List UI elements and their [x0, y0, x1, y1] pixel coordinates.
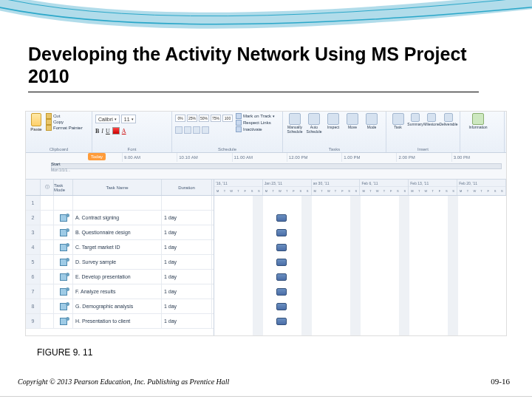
mode-button[interactable]: Mode [363, 113, 381, 138]
row-task-name[interactable]: A. Contract signing [73, 211, 162, 225]
underline-button[interactable]: U [106, 128, 110, 134]
table-row[interactable]: 9H. Presentation to client1 day [26, 314, 214, 329]
table-row[interactable]: 1 [26, 196, 214, 211]
row-duration[interactable]: 1 day [162, 225, 212, 239]
row-mode-cell[interactable] [54, 240, 73, 254]
row-info-cell[interactable] [41, 284, 54, 299]
gantt-timeline[interactable]: '16, '11MTWTFSSJan 23, '11MTWTFSSan 30, … [214, 180, 506, 335]
respect-links-button[interactable]: Respect Links [236, 120, 275, 126]
table-row[interactable]: 3B. Questionnaire design1 day [26, 225, 214, 240]
inactivate-button[interactable]: Inactivate [236, 126, 275, 132]
row-task-name[interactable]: F. Analyze results [73, 284, 162, 299]
col-task-name[interactable]: Task Name [73, 180, 162, 195]
move-icon [347, 113, 358, 125]
row-info-cell[interactable] [41, 240, 54, 254]
format-painter-button[interactable]: Format Painter [46, 125, 83, 131]
row-mode-cell[interactable] [54, 196, 73, 210]
row-task-name[interactable]: H. Presentation to client [73, 314, 162, 328]
row-duration[interactable]: 1 day [162, 255, 212, 269]
unlink-button[interactable] [202, 126, 209, 134]
row-task-name[interactable]: E. Develop presentation [73, 270, 162, 284]
gantt-bar[interactable] [276, 303, 287, 310]
gantt-bar[interactable] [276, 318, 287, 325]
pct-0-button[interactable]: 0% [175, 115, 185, 122]
gantt-bar[interactable] [276, 214, 287, 222]
gantt-bar[interactable] [276, 229, 287, 236]
copy-button[interactable]: Copy [46, 119, 83, 125]
link-button[interactable] [193, 126, 200, 134]
bg-color-button[interactable] [112, 127, 120, 134]
font-color-button[interactable]: A [122, 128, 126, 134]
row-task-name[interactable]: B. Questionnaire design [73, 225, 162, 239]
deliverable-button[interactable]: Deliverable [440, 113, 457, 138]
timeline[interactable]: 9.00 AM 10.10 AM 11.00 AM 12.00 PM 1.00 … [26, 153, 506, 180]
gantt-bar[interactable] [276, 273, 287, 281]
mark-on-track-button[interactable]: Mark on Track▾ [236, 113, 275, 119]
row-task-name[interactable]: G. Demographic analysis [73, 299, 162, 313]
row-info-cell[interactable] [41, 299, 54, 313]
row-info-cell[interactable] [41, 255, 54, 269]
table-row[interactable]: 6E. Develop presentation1 day [26, 270, 214, 284]
manual-mode-icon [60, 318, 67, 325]
move-button[interactable]: Move [344, 113, 361, 138]
task-button[interactable]: Task [389, 113, 406, 138]
row-mode-cell[interactable] [54, 225, 73, 239]
col-task-mode[interactable]: Task Mode [54, 180, 73, 195]
col-duration[interactable]: Duration [162, 180, 212, 195]
row-mode-cell[interactable] [54, 211, 73, 225]
row-mode-cell[interactable] [54, 255, 73, 269]
gantt-bar[interactable] [276, 259, 287, 266]
table-row[interactable]: 2A. Contract signing1 day [26, 211, 214, 225]
row-task-name[interactable] [73, 196, 162, 210]
row-info-cell[interactable] [41, 196, 54, 210]
inspect-button[interactable]: Inspect [324, 113, 342, 138]
col-info[interactable]: ⓘ [41, 180, 54, 195]
row-duration[interactable]: 1 day [162, 240, 212, 254]
indent-button[interactable] [184, 126, 191, 134]
auto-schedule-button[interactable]: Auto Schedule [305, 113, 323, 138]
paste-icon [31, 113, 41, 126]
row-info-cell[interactable] [41, 225, 54, 239]
gantt-bar[interactable] [276, 288, 287, 296]
pct-25-button[interactable]: 25% [187, 115, 197, 122]
row-duration[interactable]: 1 day [162, 284, 212, 299]
bold-button[interactable]: B [95, 128, 99, 134]
row-info-cell[interactable] [41, 211, 54, 225]
row-duration[interactable]: 1 day [162, 299, 212, 313]
row-task-name[interactable]: D. Survey sample [73, 255, 162, 269]
gantt-bar[interactable] [276, 244, 287, 251]
table-row[interactable]: 7F. Analyze results1 day [26, 284, 214, 299]
milestone-button[interactable]: Milestone [424, 113, 439, 138]
table-row[interactable]: 4C. Target market ID1 day [26, 240, 214, 255]
italic-button[interactable]: I [101, 128, 103, 134]
pct-50-button[interactable]: 50% [199, 115, 209, 122]
row-duration[interactable] [162, 196, 212, 210]
row-duration[interactable]: 1 day [162, 314, 212, 328]
slide-number: 09-16 [491, 377, 510, 386]
week-column: Jan 23, '11MTWTFSS [263, 180, 312, 195]
row-mode-cell[interactable] [54, 314, 73, 328]
cut-button[interactable]: Cut [46, 113, 83, 119]
font-name-select[interactable]: Calibri▾ [95, 115, 120, 123]
row-task-name[interactable]: C. Target market ID [73, 240, 162, 254]
outdent-button[interactable] [175, 126, 183, 134]
font-size-select[interactable]: 11▾ [121, 115, 136, 123]
row-info-cell[interactable] [41, 314, 54, 328]
row-mode-cell[interactable] [54, 270, 73, 284]
row-info-cell[interactable] [41, 270, 54, 284]
paste-button[interactable]: Paste [29, 113, 44, 138]
pct-100-button[interactable]: 100 [222, 115, 233, 122]
row-mode-cell[interactable] [54, 284, 73, 299]
information-button[interactable]: Information [463, 113, 493, 138]
row-mode-cell[interactable] [54, 299, 73, 313]
row-duration[interactable]: 1 day [162, 270, 212, 284]
row-duration[interactable]: 1 day [162, 211, 212, 225]
row-number: 8 [26, 299, 41, 313]
timeline-tick: 9.00 AM [122, 153, 177, 162]
summary-button[interactable]: Summary [408, 113, 423, 138]
week-column: Feb 13, '11MTWTFSS [409, 180, 457, 195]
table-row[interactable]: 5D. Survey sample1 day [26, 255, 214, 270]
pct-75-button[interactable]: 75% [211, 115, 221, 122]
table-row[interactable]: 8G. Demographic analysis1 day [26, 299, 214, 314]
manual-schedule-button[interactable]: Manually Schedule [286, 113, 304, 138]
